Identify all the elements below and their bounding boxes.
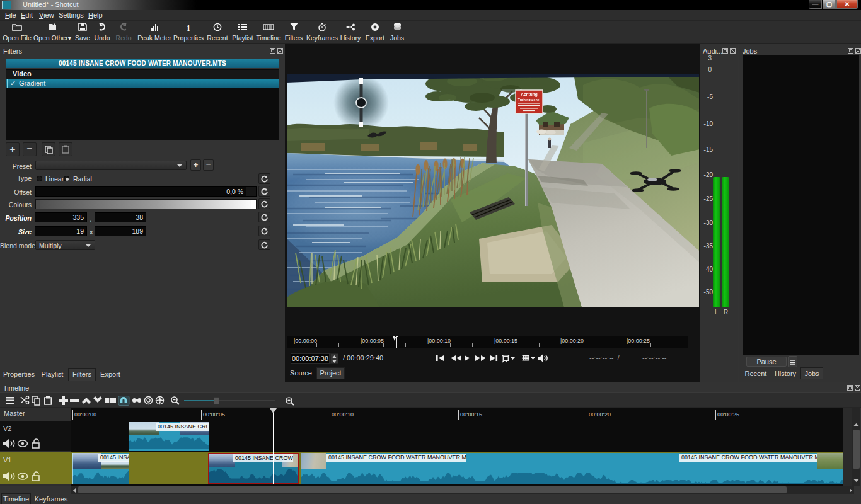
svg-text:Achtung: Achtung xyxy=(521,92,537,97)
svg-text:Trainingszone!: Trainingszone! xyxy=(518,98,541,101)
